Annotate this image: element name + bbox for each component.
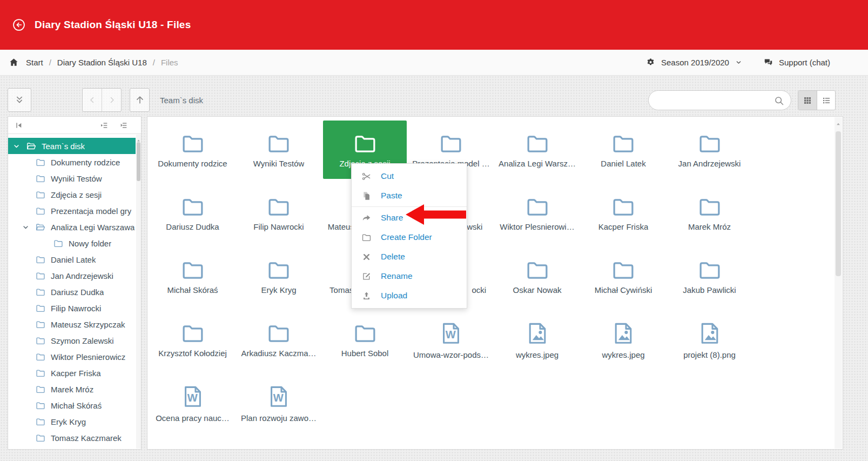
sidebar-item-wyniki-testów[interactable]: Wyniki Testów xyxy=(8,170,136,186)
sidebar-item-tomasz-kaczmarek[interactable]: Tomasz Kaczmarek xyxy=(8,430,136,446)
sidebar-item-label: Eryk Kryg xyxy=(51,417,86,426)
grid-item-kacper-friska[interactable]: Kacper Friska xyxy=(582,184,665,242)
page-title: Diary Stadion Śląski U18 - Files xyxy=(35,19,191,31)
scroll-up-icon[interactable] xyxy=(136,136,141,141)
sidebar-item-nowy-folder[interactable]: Nowy folder xyxy=(8,235,136,251)
sidebar-item-jan-andrzejewski[interactable]: Jan Andrzejewski xyxy=(8,268,136,284)
grid-item-plan-rozwoju-zawo[interactable]: W Plan rozwoju zawo… xyxy=(237,373,321,432)
folder-icon xyxy=(35,206,46,216)
sidebar-item-label: Team`s disk xyxy=(42,142,85,151)
sidebar-item-marek-mróz[interactable]: Marek Mróz xyxy=(8,381,136,397)
breadcrumb-separator: / xyxy=(153,58,155,67)
home-icon[interactable] xyxy=(9,57,19,68)
sidebar-item-label: Zdjęcia z sesji xyxy=(51,190,102,199)
sidebar-item-zdjęcia-z-sesji[interactable]: Zdjęcia z sesji xyxy=(8,186,136,203)
menu-item-paste[interactable]: Paste xyxy=(352,186,467,205)
grid-item-daniel-latek[interactable]: Daniel Latek xyxy=(582,121,665,179)
grid-item-analiza-legi-warsz[interactable]: Analiza Legi Warsz… xyxy=(495,121,579,179)
folder-icon xyxy=(178,321,207,346)
grid-item-wiktor-plesnierowi[interactable]: Wiktor Plesnierowi… xyxy=(495,184,579,242)
sidebar-item-analiza-legi-warszawa[interactable]: Analiza Legi Warszawa xyxy=(8,219,136,235)
menu-item-rename[interactable]: Rename xyxy=(352,266,467,286)
grid-item-wyniki-testów[interactable]: Wyniki Testów xyxy=(237,121,321,179)
grid-item-label: Analiza Legi Warsz… xyxy=(499,159,576,168)
season-selector[interactable]: Season 2019/2020 xyxy=(645,57,743,68)
sidebar-item-filip-nawrocki[interactable]: Filip Nawrocki xyxy=(8,300,136,316)
sidebar-item-wiktor-plesnierowicz[interactable]: Wiktor Plesnierowicz xyxy=(8,349,136,365)
grid-item-label: Filip Nawrocki xyxy=(253,222,304,231)
sidebar-item-michał-skóraś[interactable]: Michał Skóraś xyxy=(8,397,136,413)
grid-item-krzysztof-kołodziej[interactable]: Krzysztof Kołodziej xyxy=(151,310,234,369)
main-scrollbar[interactable] xyxy=(835,117,842,449)
go-up-button[interactable] xyxy=(130,88,150,112)
sidebar-item-prezentacja-model-gry[interactable]: Prezentacja model gry xyxy=(8,203,136,219)
sidebar-item-label: Daniel Latek xyxy=(51,255,96,264)
grid-item-arkadiusz-kaczma[interactable]: Arkadiusz Kaczma… xyxy=(237,310,321,369)
folder-icon xyxy=(523,131,552,156)
folder-icon xyxy=(264,131,293,156)
folder-icon xyxy=(178,195,207,219)
menu-item-share[interactable]: Share xyxy=(352,208,467,228)
sidebar-item-eryk-kryg[interactable]: Eryk Kryg xyxy=(8,413,136,430)
sidebar-item-szymon-zalewski[interactable]: Szymon Zalewski xyxy=(8,332,136,349)
grid-item-eryk-kryg[interactable]: Eryk Kryg xyxy=(237,247,321,305)
breadcrumb-diary[interactable]: Diary Stadion Śląski U18 xyxy=(57,58,147,67)
menu-item-cut[interactable]: Cut xyxy=(352,166,467,186)
collapse-toolbar-button[interactable] xyxy=(8,88,31,112)
sidebar-item-label: Tomasz Kaczmarek xyxy=(51,433,122,443)
nav-forward-button[interactable] xyxy=(102,89,121,111)
grid-item-ocena-pracy-nauc[interactable]: W Ocena pracy nauc… xyxy=(151,373,234,432)
list-view-button[interactable] xyxy=(817,91,835,110)
main-scroll-thumb[interactable] xyxy=(836,131,841,276)
grid-view-button[interactable] xyxy=(798,91,817,110)
sidebar-item-team-s-disk[interactable]: Team`s disk xyxy=(8,138,136,154)
grid-item-umowa-wzor-pods[interactable]: W Umowa-wzor-pods… xyxy=(409,310,493,369)
grid-item-dariusz-dudka[interactable]: Dariusz Dudka xyxy=(151,184,234,242)
context-menu: Cut Paste Share Create Folder Delete Ren… xyxy=(351,163,467,309)
expand-all-icon[interactable] xyxy=(119,121,128,130)
chevron-down-icon[interactable] xyxy=(12,142,25,150)
sidebar-item-daniel-latek[interactable]: Daniel Latek xyxy=(8,251,136,268)
workspace: Team`s disk xyxy=(0,76,868,461)
sidebar-item-mateusz-skrzypczak[interactable]: Mateusz Skrzypczak xyxy=(8,316,136,332)
support-chat[interactable]: Support (chat) xyxy=(763,57,830,68)
grid-item-wykres-jpeg[interactable]: wykres.jpeg xyxy=(582,310,665,369)
sidebar-scrollbar[interactable] xyxy=(136,135,141,449)
menu-item-create-folder[interactable]: Create Folder xyxy=(352,228,467,247)
grid-item-projekt-8-png[interactable]: projekt (8).png xyxy=(668,310,751,369)
chevron-down-icon[interactable] xyxy=(22,223,35,231)
search-icon[interactable] xyxy=(773,95,785,106)
grid-item-michał-skóraś[interactable]: Michał Skóraś xyxy=(151,247,234,305)
grid-item-marek-mróz[interactable]: Marek Mróz xyxy=(668,184,751,242)
collapse-all-icon[interactable] xyxy=(100,121,109,130)
grid-item-jakub-pawlicki[interactable]: Jakub Pawlicki xyxy=(668,247,751,305)
grid-item-hubert-sobol[interactable]: Hubert Sobol xyxy=(323,310,407,369)
grid-item-oskar-nowak[interactable]: Oskar Nowak xyxy=(495,247,579,305)
folder-icon xyxy=(52,238,64,249)
breadcrumb-separator: / xyxy=(49,58,51,67)
sidebar-item-dariusz-dudka[interactable]: Dariusz Dudka xyxy=(8,284,136,300)
folder-icon xyxy=(35,384,46,395)
breadcrumb-start[interactable]: Start xyxy=(26,58,43,67)
scroll-up-icon[interactable] xyxy=(836,119,841,125)
menu-item-label: Cut xyxy=(381,171,394,181)
back-circle-icon[interactable] xyxy=(12,18,26,32)
grid-item-wykres-jpeg[interactable]: wykres.jpeg xyxy=(495,310,579,369)
grid-item-jan-andrzejewski[interactable]: Jan Andrzejewski xyxy=(668,121,751,179)
grid-item-filip-nawrocki[interactable]: Filip Nawrocki xyxy=(237,184,321,242)
grid-item-label: Plan rozwoju zawo… xyxy=(241,413,317,423)
grid-item-label: Oskar Nowak xyxy=(513,285,561,295)
folder-icon xyxy=(695,258,724,283)
grid-item-dokumenty-rodzice[interactable]: Dokumenty rodzice xyxy=(151,121,234,179)
search-input[interactable] xyxy=(649,91,791,110)
sidebar-item-label: Kacper Friska xyxy=(51,369,101,378)
grid-item-label: Jan Andrzejewski xyxy=(678,159,741,168)
sidebar-item-kacper-friska[interactable]: Kacper Friska xyxy=(8,365,136,381)
nav-back-button[interactable] xyxy=(83,89,102,111)
sidebar-scroll-thumb[interactable] xyxy=(137,142,140,181)
grid-item-michał-cywiński[interactable]: Michał Cywiński xyxy=(582,247,665,305)
menu-item-delete[interactable]: Delete xyxy=(352,247,467,266)
sidebar-item-dokumenty-rodzice[interactable]: Dokumenty rodzice xyxy=(8,154,136,170)
menu-item-upload[interactable]: Upload xyxy=(352,286,467,305)
collapse-panel-icon[interactable] xyxy=(15,121,23,130)
